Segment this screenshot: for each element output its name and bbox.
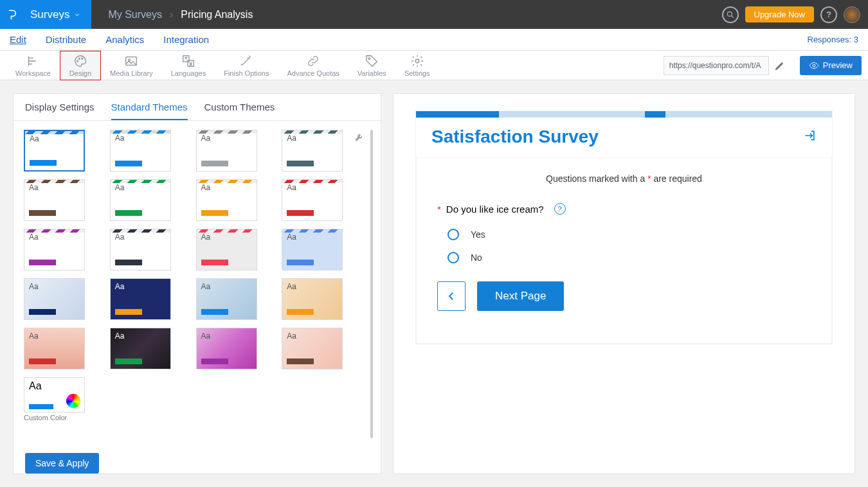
- color-wheel-icon: [66, 394, 80, 408]
- pencil-icon[interactable]: [774, 60, 786, 71]
- menu-distribute[interactable]: Distribute: [46, 34, 86, 45]
- theme-swatch[interactable]: Aa: [196, 328, 257, 369]
- responses-count[interactable]: Responses: 3: [808, 35, 859, 44]
- svg-point-0: [727, 12, 732, 16]
- theme-swatch[interactable]: Aa: [282, 179, 343, 221]
- app-menu[interactable]: Surveys: [24, 0, 91, 29]
- brand-logo[interactable]: [0, 0, 24, 29]
- menu-bar: Edit Distribute Analytics Integration Re…: [0, 29, 868, 51]
- menu-edit[interactable]: Edit: [10, 34, 26, 45]
- theme-swatch[interactable]: Aa: [196, 179, 257, 221]
- survey-title: Satisfaction Survey: [431, 127, 599, 147]
- wrench-icon[interactable]: [354, 131, 365, 143]
- chevron-left-icon: [446, 290, 457, 302]
- tool-finish[interactable]: Finish Options: [215, 51, 278, 80]
- option-yes[interactable]: Yes: [448, 229, 811, 240]
- svg-point-9: [415, 59, 419, 63]
- svg-point-3: [82, 58, 83, 59]
- question-help-icon[interactable]: ?: [554, 203, 566, 215]
- help-button[interactable]: ?: [820, 6, 837, 23]
- tool-settings[interactable]: Settings: [395, 51, 439, 80]
- link-icon: [306, 54, 320, 68]
- gear-icon: [410, 54, 424, 68]
- option-no[interactable]: No: [448, 252, 811, 263]
- theme-swatch[interactable]: Aa: [282, 229, 343, 270]
- tool-languages[interactable]: Languages: [162, 51, 215, 80]
- svg-point-5: [129, 58, 131, 60]
- theme-tabs: Display Settings Standard Themes Custom …: [14, 94, 381, 121]
- survey-preview-panel: Satisfaction Survey Questions marked wit…: [393, 93, 855, 474]
- back-button[interactable]: [437, 281, 466, 311]
- svg-point-1: [77, 60, 78, 62]
- save-apply-button[interactable]: Save & Apply: [25, 453, 99, 474]
- app-menu-label: Surveys: [30, 8, 69, 21]
- eye-icon: [809, 60, 819, 71]
- language-icon: [181, 54, 195, 68]
- survey-url-input[interactable]: [664, 56, 769, 75]
- theme-swatch[interactable]: Aa: [24, 278, 85, 320]
- tag-icon: [365, 54, 379, 68]
- next-page-button[interactable]: Next Page: [477, 281, 564, 311]
- tab-standard-themes[interactable]: Standard Themes: [111, 102, 188, 120]
- radio-icon: [448, 229, 459, 240]
- svg-point-2: [78, 58, 80, 59]
- breadcrumb-root[interactable]: My Surveys: [108, 9, 162, 21]
- breadcrumb: My Surveys › Pricing Analysis: [108, 9, 253, 21]
- theme-swatch[interactable]: Aa: [110, 328, 171, 369]
- tool-design[interactable]: Design: [60, 51, 101, 80]
- chevron-down-icon: [73, 11, 81, 19]
- tool-quotas[interactable]: Advance Quotas: [278, 51, 348, 80]
- menu-analytics[interactable]: Analytics: [105, 34, 144, 45]
- user-avatar[interactable]: [844, 6, 860, 23]
- breadcrumb-current: Pricing Analysis: [181, 9, 253, 21]
- theme-swatch[interactable]: Aa: [110, 130, 171, 172]
- workspace-icon: [26, 54, 40, 68]
- theme-swatch[interactable]: Aa: [282, 278, 343, 320]
- tab-display-settings[interactable]: Display Settings: [25, 102, 95, 120]
- theme-swatch[interactable]: Aa: [24, 130, 85, 172]
- theme-swatch[interactable]: Aa: [282, 130, 343, 172]
- theme-swatch[interactable]: Aa: [24, 179, 85, 221]
- theme-swatch[interactable]: Aa: [24, 229, 85, 270]
- theme-swatch[interactable]: Aa: [110, 229, 171, 270]
- breadcrumb-separator: ›: [170, 9, 173, 21]
- image-icon: [124, 54, 138, 68]
- custom-color-label: Custom Color: [24, 414, 370, 421]
- top-bar: Surveys My Surveys › Pricing Analysis Up…: [0, 0, 868, 29]
- exit-icon[interactable]: [804, 129, 817, 145]
- svg-point-8: [368, 57, 370, 59]
- palette-icon: [73, 54, 87, 68]
- theme-swatch[interactable]: Aa: [282, 328, 343, 369]
- search-icon: [726, 10, 735, 19]
- question-text: Do you like ice cream?: [446, 204, 544, 215]
- radio-icon: [448, 252, 459, 263]
- tool-workspace[interactable]: Workspace: [6, 51, 60, 80]
- themes-panel: Display Settings Standard Themes Custom …: [13, 93, 381, 474]
- custom-color-swatch[interactable]: Aa: [24, 377, 85, 412]
- preview-button[interactable]: Preview: [800, 56, 862, 75]
- theme-swatch[interactable]: Aa: [196, 130, 257, 172]
- theme-swatch[interactable]: Aa: [196, 229, 257, 270]
- toolbar: Workspace Design Media Library Languages…: [0, 51, 868, 80]
- required-hint: Questions marked with a * are required: [437, 173, 811, 184]
- tool-variables[interactable]: Variables: [348, 51, 395, 80]
- upgrade-button[interactable]: Upgrade Now: [745, 6, 815, 22]
- tool-media[interactable]: Media Library: [101, 51, 162, 80]
- theme-swatch[interactable]: Aa: [24, 328, 85, 369]
- wand-icon: [239, 54, 253, 68]
- preview-header-stripe: [416, 111, 832, 118]
- svg-point-10: [813, 64, 815, 67]
- tab-custom-themes[interactable]: Custom Themes: [204, 102, 275, 120]
- menu-integration[interactable]: Integration: [163, 34, 209, 45]
- theme-swatch[interactable]: Aa: [110, 278, 171, 320]
- theme-swatch[interactable]: Aa: [110, 179, 171, 221]
- search-button[interactable]: [722, 6, 739, 23]
- theme-scroll: Aa Aa Aa Aa Aa Aa Aa Aa Aa Aa Aa Aa Aa A…: [14, 121, 381, 450]
- question-row: * Do you like ice cream? ?: [437, 203, 811, 215]
- theme-swatch[interactable]: Aa: [196, 278, 257, 320]
